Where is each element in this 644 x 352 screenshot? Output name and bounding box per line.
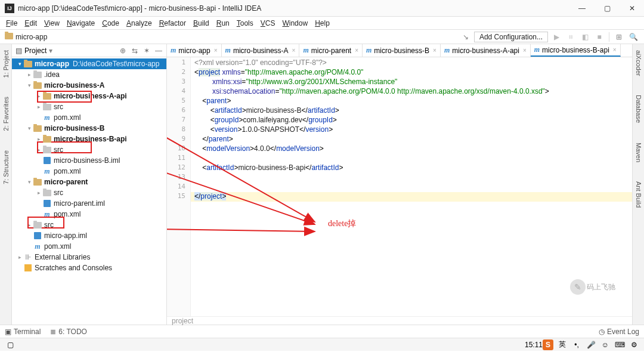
run-icon[interactable]: ▶: [550, 32, 562, 42]
project-tree[interactable]: ▾micro-appD:\ideaCodeTest\micro-app▸.ide…: [12, 57, 166, 325]
tree-row-src[interactable]: ▸src: [12, 220, 166, 230]
tree-row-micro-app[interactable]: ▾micro-appD:\ideaCodeTest\micro-app: [12, 58, 166, 69]
editor-tab-micro-business-a[interactable]: mmicro-business-A×: [222, 44, 300, 57]
left-tool-project[interactable]: 1: Project: [1, 47, 11, 81]
iml-icon: [33, 231, 42, 240]
menu-run[interactable]: Run: [213, 18, 233, 29]
stop-icon[interactable]: ■: [593, 32, 605, 42]
editor-tab-micro-parent[interactable]: mmicro-parent×: [299, 44, 363, 57]
editor-area: mmicro-app×mmicro-business-A×mmicro-pare…: [167, 44, 632, 325]
close-tab-icon[interactable]: ×: [612, 47, 617, 53]
todo-tool-button[interactable]: ≣ 6: TODO: [50, 328, 87, 336]
ime-mic-icon[interactable]: 🎤: [586, 339, 596, 350]
close-button[interactable]: ✕: [625, 2, 639, 14]
left-tool-favorites[interactable]: 2: Favorites: [1, 93, 11, 134]
maximize-button[interactable]: ▢: [600, 2, 614, 14]
add-configuration-button[interactable]: Add Configuration...: [474, 32, 548, 42]
editor-tab-micro-business-b-api[interactable]: mmicro-business-B-api×: [531, 44, 621, 57]
search-everywhere-icon[interactable]: 🔍: [627, 32, 639, 42]
fld-g-icon: [43, 146, 51, 154]
tree-row-micro-business-a-api[interactable]: ▸micro-business-A-api: [12, 91, 166, 101]
maven-icon: m: [444, 46, 450, 55]
maven-icon: m: [225, 46, 231, 55]
tree-row-pom-xml[interactable]: mpom.xml: [12, 241, 166, 252]
close-tab-icon[interactable]: ×: [522, 47, 527, 54]
tree-row-pom-xml[interactable]: mpom.xml: [12, 209, 166, 220]
coverage-icon[interactable]: ◧: [579, 32, 591, 42]
tree-row-micro-business-b[interactable]: ▾micro-business-B: [12, 123, 166, 134]
terminal-tool-button[interactable]: ▣ Terminal: [5, 328, 41, 336]
menu-edit[interactable]: Edit: [21, 18, 41, 29]
editor-tab-micro-app[interactable]: mmicro-app×: [167, 44, 222, 57]
ime-punct-icon[interactable]: •,: [571, 339, 582, 350]
ime-sogou-icon[interactable]: S: [543, 339, 553, 350]
menu-build[interactable]: Build: [190, 18, 213, 29]
right-tool-maven[interactable]: Maven: [634, 139, 643, 166]
editor-code[interactable]: delete掉 <?xml version="1.0" encoding="UT…: [191, 57, 632, 316]
tree-row-src[interactable]: ▸src: [12, 144, 166, 155]
right-tool-antbuild[interactable]: Ant Build: [634, 178, 643, 211]
titlebar: IJ micro-app [D:\ideaCodeTest\micro-app]…: [0, 0, 644, 17]
left-gutter: 1: Project2: Favorites7: Structure: [0, 44, 12, 325]
tree-row-src[interactable]: ▸src: [12, 187, 166, 198]
editor-tab-micro-business-b[interactable]: mmicro-business-B×: [363, 44, 441, 57]
tree-row-micro-parent[interactable]: ▾micro-parent: [12, 177, 166, 187]
breadcrumb[interactable]: micro-app: [5, 33, 47, 41]
ime-emoji-icon[interactable]: ☺: [600, 339, 611, 350]
tree-row-micro-business-b-api[interactable]: ▸micro-business-B-api: [12, 134, 166, 144]
gear-icon[interactable]: ✶: [143, 47, 151, 55]
m-icon: m: [43, 167, 51, 175]
menu-view[interactable]: View: [41, 18, 63, 29]
left-tool-structure[interactable]: 7: Structure: [1, 147, 11, 188]
minimize-button[interactable]: —: [575, 2, 589, 14]
iml-icon: [43, 156, 51, 165]
editor-tab-micro-business-a-api[interactable]: mmicro-business-A-api×: [441, 44, 531, 57]
ime-keyboard-icon[interactable]: ⌨: [614, 339, 625, 350]
tree-row-external-libraries[interactable]: ▸External Libraries: [12, 252, 166, 263]
tool-window-bar: ▣ Terminal ≣ 6: TODO ◷ Event Log: [0, 325, 644, 338]
tree-row-src[interactable]: ▸src: [12, 101, 166, 112]
menu-navigate[interactable]: Navigate: [63, 18, 98, 29]
fld-g-icon: [43, 103, 51, 111]
iml-icon: [43, 199, 51, 208]
close-tab-icon[interactable]: ×: [354, 47, 358, 54]
menu-help[interactable]: Help: [311, 18, 333, 29]
collapse-icon[interactable]: ⇆: [131, 47, 139, 55]
tree-row-pom-xml[interactable]: mpom.xml: [12, 166, 166, 177]
menu-analyze[interactable]: Analyze: [123, 18, 156, 29]
menu-window[interactable]: Window: [278, 18, 311, 29]
maven-icon: m: [534, 45, 540, 54]
tree-row--idea[interactable]: ▸.idea: [12, 69, 166, 80]
right-tool-database[interactable]: Database: [634, 91, 643, 126]
tree-row-micro-app-iml[interactable]: micro-app.iml: [12, 230, 166, 241]
hide-panel-icon[interactable]: —: [154, 47, 163, 55]
tree-row-scratches-and-consoles[interactable]: Scratches and Consoles: [12, 263, 166, 273]
close-tab-icon[interactable]: ×: [291, 47, 296, 54]
menu-code[interactable]: Code: [98, 18, 123, 29]
tree-row-pom-xml[interactable]: mpom.xml: [12, 112, 166, 123]
tree-row-micro-business-a[interactable]: ▾micro-business-A: [12, 80, 166, 91]
close-tab-icon[interactable]: ×: [213, 47, 218, 54]
debug-icon[interactable]: ⌗: [565, 32, 577, 42]
breadcrumb-leaf[interactable]: project: [172, 317, 193, 325]
project-structure-icon[interactable]: ⊞: [613, 32, 625, 42]
maven-icon: m: [171, 46, 176, 55]
tree-row-micro-business-b-iml[interactable]: micro-business-B.iml: [12, 155, 166, 166]
build-icon[interactable]: ↘: [460, 32, 472, 42]
menu-file[interactable]: File: [2, 18, 21, 29]
event-log-button[interactable]: ◷ Event Log: [599, 328, 639, 336]
menu-tools[interactable]: Tools: [233, 18, 257, 29]
menu-refactor[interactable]: Refactor: [156, 18, 190, 29]
tree-row-micro-parent-iml[interactable]: micro-parent.iml: [12, 198, 166, 209]
close-tab-icon[interactable]: ×: [432, 47, 436, 54]
menu-vcs[interactable]: VCS: [257, 18, 279, 29]
autoscroll-icon[interactable]: ⊕: [119, 47, 127, 55]
editor-body[interactable]: 123456789101112131415 delete掉 <?xml vers…: [167, 57, 632, 316]
ime-settings-icon[interactable]: ⚙: [628, 339, 639, 350]
m-icon: m: [43, 210, 51, 218]
right-tool-aixcoder[interactable]: aiXcoder: [634, 47, 643, 79]
app-logo: IJ: [5, 4, 14, 13]
annotation-text: delete掉: [328, 218, 356, 229]
ime-lang-icon[interactable]: 英: [557, 339, 568, 350]
ide-status-icon[interactable]: ▢: [5, 339, 16, 350]
